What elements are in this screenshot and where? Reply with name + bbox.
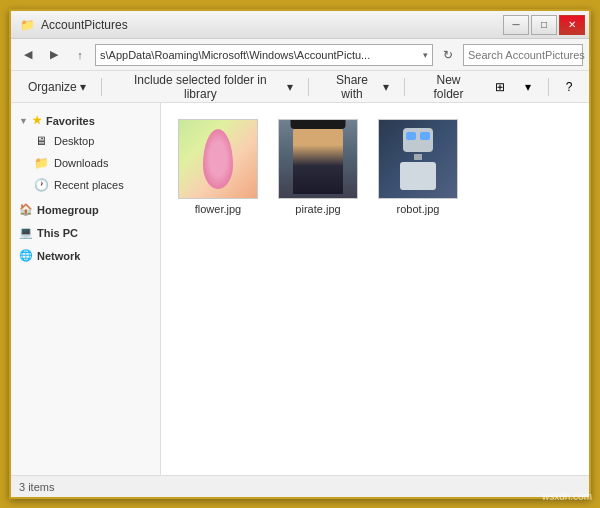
help-icon: ?	[566, 80, 573, 94]
downloads-icon: 📁	[33, 155, 49, 171]
file-thumb-robot	[378, 119, 458, 199]
share-with-button[interactable]: Share with ▾	[315, 75, 398, 99]
homegroup-icon: 🏠	[19, 203, 33, 216]
flower-thumbnail	[179, 120, 257, 198]
pirate-figure	[293, 124, 343, 194]
desktop-icon: 🖥	[33, 133, 49, 149]
include-library-label: Include selected folder in library	[117, 73, 284, 101]
file-item-flower[interactable]: flower.jpg	[173, 115, 263, 219]
minimize-button[interactable]: ─	[503, 15, 529, 35]
status-text: 3 items	[19, 481, 54, 493]
window-title: AccountPictures	[41, 18, 128, 32]
title-bar: 📁 AccountPictures ─ □ ✕	[11, 11, 589, 39]
favorites-header[interactable]: ▼ ★ Favorites	[11, 111, 160, 130]
file-label-robot: robot.jpg	[397, 203, 440, 215]
toolbar-separator-4	[548, 78, 549, 96]
address-bar[interactable]: s\AppData\Roaming\Microsoft\Windows\Acco…	[95, 44, 433, 66]
favorites-group: ▼ ★ Favorites 🖥 Desktop 📁 Downloads 🕐 Re…	[11, 111, 160, 196]
change-view-button[interactable]: ⊞	[488, 75, 512, 99]
toolbar-separator-1	[101, 78, 102, 96]
file-item-robot[interactable]: robot.jpg	[373, 115, 463, 219]
thispc-icon: 💻	[19, 226, 33, 239]
sidebar-item-desktop[interactable]: 🖥 Desktop	[11, 130, 160, 152]
toolbar-separator-2	[308, 78, 309, 96]
up-button[interactable]: ↑	[69, 44, 91, 66]
toolbar-right: ⊞ ▾ ?	[488, 75, 581, 99]
sidebar-item-downloads[interactable]: 📁 Downloads	[11, 152, 160, 174]
robot-head	[403, 128, 433, 152]
homegroup-label: Homegroup	[37, 204, 99, 216]
network-header[interactable]: 🌐 Network	[11, 246, 160, 265]
favorites-label: Favorites	[46, 115, 95, 127]
share-with-label: Share with	[324, 73, 380, 101]
toolbar: Organize ▾ Include selected folder in li…	[11, 71, 589, 103]
robot-thumbnail	[379, 120, 457, 198]
network-group: 🌐 Network	[11, 246, 160, 265]
file-thumb-flower	[178, 119, 258, 199]
view-icon: ⊞	[495, 80, 505, 94]
watermark: wsxdn.com	[542, 491, 592, 502]
thispc-label: This PC	[37, 227, 78, 239]
homegroup-group: 🏠 Homegroup	[11, 200, 160, 219]
robot-neck	[414, 154, 422, 160]
title-bar-left: 📁 AccountPictures	[19, 17, 128, 33]
share-dropdown-icon: ▾	[383, 80, 389, 94]
forward-button[interactable]: ▶	[43, 44, 65, 66]
new-folder-button[interactable]: New folder	[411, 75, 486, 99]
toolbar-separator-3	[404, 78, 405, 96]
view-dropdown-icon: ▾	[525, 80, 531, 94]
recent-icon: 🕐	[33, 177, 49, 193]
thispc-header[interactable]: 💻 This PC	[11, 223, 160, 242]
close-button[interactable]: ✕	[559, 15, 585, 35]
network-label: Network	[37, 250, 80, 262]
sidebar-item-downloads-label: Downloads	[54, 157, 108, 169]
sidebar-item-recent[interactable]: 🕐 Recent places	[11, 174, 160, 196]
favorites-chevron: ▼	[19, 116, 28, 126]
include-dropdown-icon: ▾	[287, 80, 293, 94]
organize-dropdown-icon: ▾	[80, 80, 86, 94]
robot-body	[400, 128, 436, 190]
nav-bar: ◀ ▶ ↑ s\AppData\Roaming\Microsoft\Window…	[11, 39, 589, 71]
address-text: s\AppData\Roaming\Microsoft\Windows\Acco…	[100, 49, 421, 61]
homegroup-header[interactable]: 🏠 Homegroup	[11, 200, 160, 219]
network-icon: 🌐	[19, 249, 33, 262]
search-bar[interactable]: 🔍	[463, 44, 583, 66]
robot-torso	[400, 162, 436, 190]
title-bar-controls: ─ □ ✕	[503, 15, 585, 35]
file-area: flower.jpg pirate.jpg	[161, 103, 589, 475]
sidebar-item-recent-label: Recent places	[54, 179, 124, 191]
help-button[interactable]: ?	[557, 75, 581, 99]
new-folder-label: New folder	[420, 73, 477, 101]
refresh-button[interactable]: ↻	[437, 44, 459, 66]
file-thumb-pirate	[278, 119, 358, 199]
main-content: ▼ ★ Favorites 🖥 Desktop 📁 Downloads 🕐 Re…	[11, 103, 589, 475]
window-icon: 📁	[19, 17, 35, 33]
sidebar: ▼ ★ Favorites 🖥 Desktop 📁 Downloads 🕐 Re…	[11, 103, 161, 475]
thispc-group: 💻 This PC	[11, 223, 160, 242]
pirate-hat	[291, 119, 346, 129]
include-library-button[interactable]: Include selected folder in library ▾	[108, 75, 302, 99]
search-input[interactable]	[468, 49, 600, 61]
view-dropdown-button[interactable]: ▾	[516, 75, 540, 99]
sidebar-item-desktop-label: Desktop	[54, 135, 94, 147]
organize-label: Organize	[28, 80, 77, 94]
explorer-window: 📁 AccountPictures ─ □ ✕ ◀ ▶ ↑ s\AppData\…	[9, 9, 591, 499]
file-item-pirate[interactable]: pirate.jpg	[273, 115, 363, 219]
pirate-thumbnail	[279, 120, 357, 198]
favorites-star-icon: ★	[32, 114, 42, 127]
address-dropdown-icon[interactable]: ▾	[423, 50, 428, 60]
status-bar: 3 items	[11, 475, 589, 497]
restore-button[interactable]: □	[531, 15, 557, 35]
file-label-pirate: pirate.jpg	[295, 203, 340, 215]
back-button[interactable]: ◀	[17, 44, 39, 66]
file-label-flower: flower.jpg	[195, 203, 241, 215]
organize-button[interactable]: Organize ▾	[19, 75, 95, 99]
